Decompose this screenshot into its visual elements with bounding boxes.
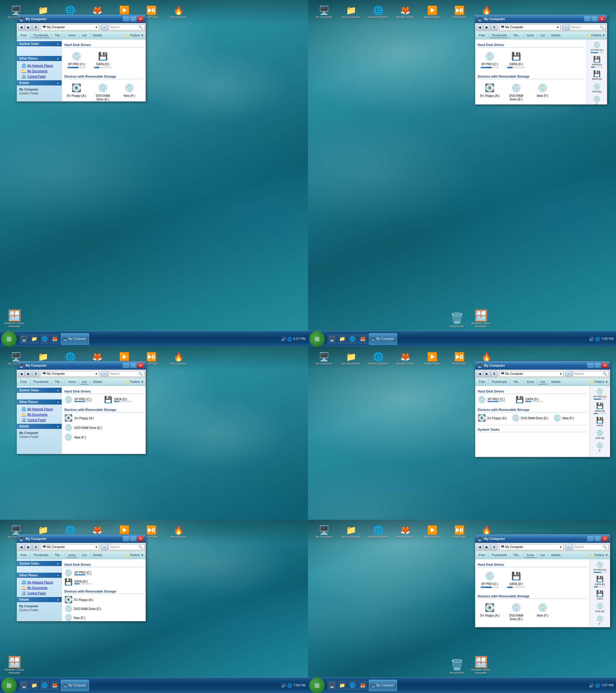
drive-e-br[interactable]: 💿 DVD-RAM Drive (E:)	[512, 414, 549, 422]
drive-f-tr[interactable]: 💿 New (F:)	[531, 81, 555, 103]
btn-up-tr[interactable]: ⬆	[491, 24, 497, 31]
topicon-mp-r3r[interactable]: ▶️ Media Player	[419, 524, 446, 540]
topicon-md-r3r[interactable]: 📁 My Documents	[337, 524, 364, 540]
vb-icons-r3l[interactable]: Icons	[66, 553, 77, 558]
qi1-r3r[interactable]: 🖥️	[327, 681, 337, 690]
btn-back-tr[interactable]: ◀	[476, 24, 483, 31]
btn-forward-bl[interactable]: ▶	[25, 371, 32, 377]
topicon-mydocs-br[interactable]: 📁 My Documents	[337, 351, 364, 367]
rp-e-br[interactable]: 💿 DVD (E)	[596, 429, 604, 439]
desktop-icon-win7-r3l[interactable]: 🪟 Windows Seven Reloaded	[2, 656, 26, 674]
vb-icons-r3r[interactable]: Icons	[525, 553, 536, 558]
view-details-bl[interactable]: Details	[91, 380, 104, 384]
topicon-mydocs-tr[interactable]: 📁 My Documents	[337, 4, 364, 20]
view-list-tl[interactable]: List	[80, 33, 88, 38]
btn-go-tl[interactable]: →	[101, 24, 108, 31]
rp-d2-r3r[interactable]: 💾 DATA	[596, 590, 604, 600]
btn-max-r3r[interactable]: □	[594, 536, 601, 541]
view-free-tr[interactable]: Free	[477, 33, 487, 38]
rp-f-r3r[interactable]: 💿 F:	[596, 615, 604, 625]
view-tiles-br[interactable]: Tile...	[511, 380, 522, 384]
vb-tiles-r3l[interactable]: Tile...	[53, 553, 64, 558]
rp-d-br[interactable]: 💾 DATA (D)	[594, 402, 606, 414]
si-docs-r3l[interactable]: 📁 My Documents	[17, 585, 62, 590]
titlebar-r3r[interactable]: 🖥️ My Computer _ □ ✕	[475, 534, 610, 543]
topicon-ie-br[interactable]: 🌐 Internet Explorer	[364, 351, 392, 367]
desktop-icon-win7-r3r[interactable]: 🪟 Windows Seven Reloaded	[468, 656, 495, 674]
vb-list-r3r[interactable]: List	[538, 553, 547, 558]
topicon-realplayer-br[interactable]: ⏯️ RealPlayer	[446, 351, 473, 367]
topicon-mediaplayer-tr[interactable]: ▶️ Media Player	[419, 4, 446, 20]
btn-folders-tl[interactable]: 📁 Folders ▼	[125, 34, 144, 37]
btn-go-r3l[interactable]: →	[101, 544, 108, 550]
rp-d-tr[interactable]: 💾 DATA (D)	[591, 56, 603, 68]
search-r3r[interactable]: Search 🔍	[573, 544, 609, 550]
sidebar-system-tasks-tl[interactable]: System Tasks ▲	[17, 41, 62, 46]
ql-icon4-tl[interactable]: 🦊	[50, 334, 60, 344]
topicon-nero-bl[interactable]: 🔥 Nero Express	[165, 351, 192, 367]
drive-a-tr[interactable]: 💽 3½ Floppy (A:)	[478, 81, 502, 103]
taskbar-mycomputer-tr[interactable]: 🖥️ My Computer	[369, 333, 397, 345]
btn-back-r3l[interactable]: ◀	[18, 544, 25, 550]
ql-icon1-tl[interactable]: 🖥️	[19, 334, 29, 344]
view-icons-bl[interactable]: Icons	[66, 380, 77, 384]
drive-f-br[interactable]: 💿 New (F:)	[553, 414, 574, 422]
drive-e-bl[interactable]: 💿 DVD-RAM Drive (E:)	[64, 424, 143, 432]
sidebar-mydocs-bl[interactable]: 📁 My Documents	[17, 412, 62, 417]
btn-folders-r3r[interactable]: 📁 Folders ▼	[590, 553, 608, 557]
topicon-mycomputer-tr[interactable]: 🖥️ My Computer	[311, 4, 337, 20]
topicon-firefox-br[interactable]: 🦊 Mozilla Firefox	[392, 351, 419, 367]
btn-minimize-bl[interactable]: _	[123, 363, 129, 368]
address-bar-br[interactable]: 🖥️ My Computer ▼	[499, 371, 564, 377]
ql-icon2-tl[interactable]: 📁	[29, 334, 39, 344]
qi1-r3l[interactable]: 🖥️	[19, 681, 29, 690]
drive-e-tl[interactable]: 💿 DVD-RAM Drive (E:)	[91, 81, 115, 101]
taskbar-mycomputer-tl[interactable]: 🖥️ My Computer	[61, 333, 89, 345]
drive-c-tl[interactable]: 💿 XP PRO (C:)	[64, 49, 88, 70]
drive-d-tr[interactable]: 💾 DATA (D:)	[504, 49, 528, 70]
search-r3l[interactable]: Search 🔍	[108, 544, 144, 550]
sidebar-controlpanel-bl[interactable]: ⚙️ Control Panel	[17, 417, 62, 422]
btn-maximize-tr[interactable]: □	[591, 16, 598, 22]
btn-folders-tr[interactable]: 📁 Folders ▼	[587, 34, 605, 37]
drive-f-tl[interactable]: 💿 New (F:)	[117, 81, 141, 101]
rp-f-tr[interactable]: 💿 F:	[593, 95, 601, 104]
drive-f-bl[interactable]: 💿 New (F:)	[64, 433, 143, 441]
view-free-bl[interactable]: Free	[19, 380, 28, 384]
ql-icon4-tr[interactable]: 🦊	[358, 334, 367, 344]
btn-go-r3r[interactable]: →	[565, 544, 572, 550]
btn-folders-br[interactable]: 📁 Folders ▼	[590, 380, 608, 383]
dd-r3l[interactable]: 💾 DATA (D:)	[64, 578, 143, 586]
view-thumbnails-br[interactable]: Thumbnails	[490, 380, 509, 384]
topicon-ne-r3l[interactable]: 🔥 Nero Express	[165, 524, 192, 540]
de-r3r[interactable]: 💿 DVD-RAM Drive (E:)	[504, 601, 528, 622]
btn-close-bl[interactable]: ✕	[137, 363, 144, 368]
drive-d-bl[interactable]: 💾 DATA (D:)	[104, 396, 140, 404]
search-bar-tr[interactable]: Search 🔍	[570, 24, 606, 31]
drive-a-br[interactable]: 💽 3½ Floppy (A:)	[478, 414, 507, 422]
view-tiles-tl[interactable]: Tile...	[53, 33, 64, 38]
dc-r3l[interactable]: 💿 XP PRO (C:)	[64, 569, 143, 577]
rp-d-r3r[interactable]: 💾 DATA (D)	[594, 575, 606, 588]
ql-icon2-tr[interactable]: 📁	[337, 334, 347, 344]
vb-thumb-r3l[interactable]: Thumbnails	[31, 553, 51, 558]
view-icons-tr[interactable]: Icons	[525, 33, 536, 38]
search-bar-tl[interactable]: Search 🔍	[108, 24, 144, 31]
btn-up-r3l[interactable]: ⬆	[33, 544, 39, 550]
btn-forward-tr[interactable]: ▶	[484, 24, 490, 31]
sidebar-details-bl[interactable]: Details ▲	[17, 424, 62, 429]
qi2-r3r[interactable]: 📁	[337, 681, 347, 690]
topicon-mc-r3r[interactable]: 🖥️ My Computer	[311, 524, 337, 540]
de-r3l[interactable]: 💿 DVD-RAM Drive (E:)	[64, 605, 143, 613]
btn-fwd-r3r[interactable]: ▶	[484, 544, 490, 550]
sidebar-mynetwork-bl[interactable]: 🌐 My Network Places	[17, 407, 62, 412]
topicon-nero-tl[interactable]: 🔥 Nero Express	[165, 4, 192, 20]
btn-back-br[interactable]: ◀	[476, 371, 483, 377]
btn-minimize-br[interactable]: _	[587, 363, 594, 368]
topicon-mycomputer-br[interactable]: 🖥️ My Computer	[311, 351, 337, 367]
view-tiles-tr[interactable]: Tile...	[511, 33, 522, 38]
search-bar-br[interactable]: Search 🔍	[573, 371, 609, 377]
btn-folders-bl[interactable]: 📁 Folders ▼	[125, 380, 144, 383]
view-thumbnails-tl[interactable]: Thumbnails	[31, 33, 51, 38]
btn-close-r3r[interactable]: ✕	[601, 536, 608, 541]
